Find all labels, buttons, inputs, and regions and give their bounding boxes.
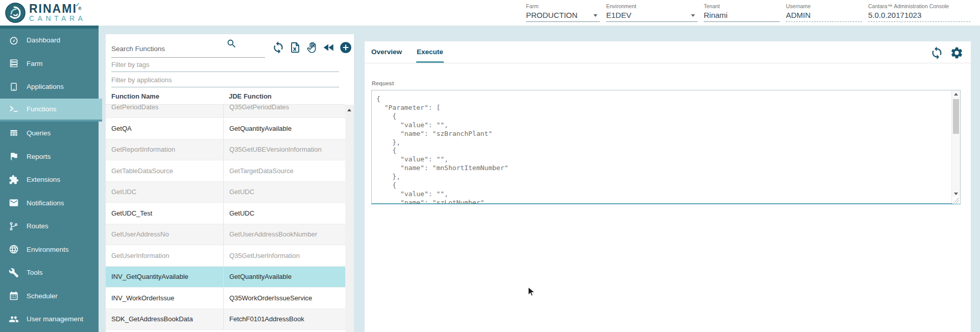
add-function-icon[interactable] (339, 40, 352, 54)
function-name-cell: SDK_GetAddressBookData (106, 315, 223, 323)
cantara-admin-console: RINAMI® ✓ CANTARA FarmPRODUCTIONEnvironm… (0, 0, 980, 332)
function-row-gettabledatasource[interactable]: GetTableDataSourceGetTargetDataSource (106, 160, 345, 182)
request-scrollbar[interactable] (951, 90, 960, 203)
functions-list-scrollbar[interactable] (345, 105, 354, 332)
tenant-value: Rinami (704, 11, 780, 22)
dashboard-icon (9, 35, 19, 45)
sidebar-item-user-management[interactable]: User management (0, 307, 99, 331)
app-header: RINAMI® ✓ CANTARA FarmPRODUCTIONEnvironm… (0, 0, 980, 26)
notifications-icon (9, 198, 19, 208)
header-field-tenant: TenantRinami (704, 3, 780, 22)
scroll-up-arrow-icon[interactable] (954, 93, 958, 96)
sidebar-item-tools[interactable]: Tools (0, 261, 99, 284)
function-row-getqa[interactable]: GetQAGetQuantityAvailable (106, 118, 345, 139)
jde-function-cell: GetQuantityAvailable (223, 118, 345, 139)
sidebar-item-functions[interactable]: Functions (0, 99, 102, 122)
routes-icon (9, 221, 19, 231)
search-icon[interactable] (226, 38, 237, 51)
function-row-getuserinformation[interactable]: GetUserInformationQ35GetUserInformation (106, 245, 345, 267)
field-label: Tenant (704, 3, 780, 9)
brand-logo: RINAMI® ✓ CANTARA (5, 3, 86, 23)
function-name-cell: GetUserInformation (106, 252, 223, 259)
sidebar-item-environments[interactable]: Environments (0, 238, 99, 262)
sidebar-item-scheduler[interactable]: Scheduler (0, 284, 99, 308)
tab-execute[interactable]: Execute (417, 48, 443, 63)
sidebar-item-reports[interactable]: Reports (0, 145, 99, 169)
field-label: Cantara™ Administration Console (868, 3, 970, 9)
search-functions-input[interactable] (111, 45, 221, 53)
scroll-down-arrow-icon[interactable] (954, 193, 958, 195)
column-header-function-name: Function Name (106, 92, 223, 100)
sidebar-item-label: Tools (27, 269, 43, 276)
functions-icon (9, 104, 19, 114)
chevron-down-icon[interactable] (593, 14, 597, 17)
reports-icon (9, 151, 19, 161)
export-excel-icon[interactable] (288, 40, 302, 54)
tab-overview[interactable]: Overview (371, 48, 402, 63)
sidebar-item-label: Extensions (27, 176, 60, 183)
jde-function-cell: Q35GetUBEVersionInformation (223, 139, 345, 160)
refresh-icon[interactable] (929, 45, 944, 60)
main-sidebar: DashboardFarmApplicationsFunctionsQuerie… (0, 26, 99, 332)
functions-list-panel: Function Name JDE Function GetPeriodDate… (106, 34, 354, 332)
request-textarea[interactable]: { "Parameter": [ { "value": "", "name": … (371, 90, 961, 204)
filter-by-applications-input[interactable] (111, 76, 331, 84)
chevron-down-icon[interactable] (691, 14, 695, 17)
function-row-sdk-getaddressbookdata[interactable]: SDK_GetAddressBookDataFetchF0101AddressB… (106, 309, 345, 330)
refresh-icon[interactable] (271, 40, 285, 54)
sidebar-item-notifications[interactable]: Notifications (0, 192, 99, 215)
sidebar-item-queries[interactable]: Queries (0, 122, 99, 145)
scheduler-icon (9, 291, 19, 301)
sidebar-item-applications[interactable]: Applications (0, 75, 99, 99)
function-name-cell: GetUserAddressNo (106, 230, 223, 238)
pan-hand-icon[interactable] (305, 40, 319, 54)
sidebar-item-label: Notifications (27, 199, 64, 207)
sidebar-item-label: Functions (27, 105, 57, 113)
sidebar-item-routes[interactable]: Routes (0, 215, 99, 238)
sidebar-item-label: Reports (27, 153, 51, 160)
jde-function-cell: GetTargetDataSource (223, 160, 345, 181)
environment-value[interactable]: E1DEV (606, 11, 698, 22)
sidebar-item-label: User management (27, 315, 83, 323)
sidebar-item-label: Applications (27, 83, 64, 90)
sidebar-item-extensions[interactable]: Extensions (0, 168, 99, 192)
farm-value[interactable]: PRODUCTION (526, 11, 600, 22)
header-field-cantara-administration-console: Cantara™ Administration Console5.0.0.201… (868, 3, 970, 22)
rewind-icon[interactable] (322, 40, 336, 54)
resize-grip-icon[interactable] (952, 197, 960, 204)
function-row-getreportinformation[interactable]: GetReportInformationQ35GetUBEVersionInfo… (106, 139, 345, 161)
rinami-logo-icon (5, 3, 26, 23)
function-row-getuseraddressno[interactable]: GetUserAddressNoGetUserAddressBookNumber (106, 224, 345, 246)
function-row-inv-workorderissue[interactable]: INV_WorkOrderIssueQ35WorkOrderIssueServi… (106, 288, 345, 309)
jde-function-cell: GetUDC (223, 203, 345, 224)
sidebar-item-farm[interactable]: Farm (0, 52, 99, 76)
functions-toolbar (271, 40, 352, 54)
functions-table-header: Function Name JDE Function (106, 88, 345, 105)
applications-icon (9, 82, 19, 92)
filter-applications-underline (111, 87, 339, 87)
sidebar-item-label: Routes (27, 222, 49, 230)
user-management-icon (9, 314, 19, 324)
sidebar-item-dashboard[interactable]: Dashboard (0, 29, 99, 52)
function-row-getudc[interactable]: GetUDCGetUDC (106, 182, 345, 203)
function-row-getudc-test[interactable]: GetUDC_TestGetUDC (106, 203, 345, 224)
settings-icon[interactable] (949, 45, 964, 60)
detail-tabs: OverviewExecute (365, 41, 971, 63)
detail-toolbar (929, 45, 964, 60)
jde-function-cell: GetQuantityAvailable (223, 267, 345, 288)
sidebar-item-label: Environments (27, 246, 69, 253)
function-name-cell: GetTableDataSource (106, 167, 223, 175)
function-row-getperioddates[interactable]: GetPeriodDatesQ35GetPeriodDates (106, 105, 345, 118)
extensions-icon (9, 175, 19, 185)
filter-tags-underline (111, 72, 339, 72)
scrollbar-thumb[interactable] (953, 99, 959, 134)
scroll-up-arrow-icon[interactable] (347, 109, 351, 111)
function-row-inv-getquantityavailable[interactable]: INV_GetQuantityAvailableGetQuantityAvail… (106, 267, 345, 288)
column-header-jde-function: JDE Function (223, 92, 345, 100)
filter-by-tags-input[interactable] (111, 61, 331, 68)
tools-icon (9, 268, 19, 278)
environments-icon (9, 244, 19, 254)
username-value: ADMIN (786, 11, 862, 22)
function-detail-panel: OverviewExecute Request { "Parameter": [… (365, 41, 971, 332)
cantara-administration-console-value: 5.0.0.20171023 (868, 11, 970, 22)
